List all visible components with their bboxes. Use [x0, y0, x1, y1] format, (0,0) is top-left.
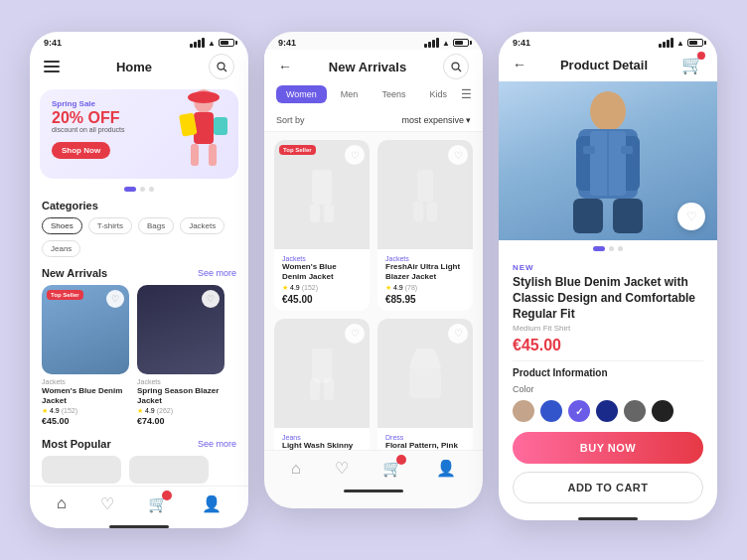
sale-label: Spring Sale [52, 99, 226, 108]
sort-dropdown[interactable]: most expensive ▾ [401, 115, 471, 125]
wishlist-grid-4[interactable]: ♡ [448, 324, 468, 344]
battery-icon-2 [453, 39, 469, 47]
detail-dots [499, 246, 717, 251]
popular-placeholder-2 [129, 456, 209, 484]
svg-rect-26 [583, 146, 595, 154]
color-swatch-3[interactable]: ✓ [568, 400, 590, 422]
status-bar-detail: 9:41 ▲ [499, 32, 717, 50]
menu-button[interactable] [44, 61, 60, 72]
search-button-2[interactable] [443, 54, 469, 79]
svg-point-0 [218, 63, 224, 70]
color-swatch-4[interactable] [596, 400, 618, 422]
category-jackets[interactable]: Jackets [180, 217, 224, 234]
filter-icon[interactable]: ☰ [461, 87, 472, 101]
product-category-2: Jackets [137, 378, 224, 385]
tab-kids[interactable]: Kids [419, 85, 457, 103]
see-more-arrivals[interactable]: See more [198, 268, 236, 278]
wishlist-button-2[interactable]: ♡ [202, 290, 220, 308]
add-to-cart-button[interactable]: ADD TO CART [513, 472, 703, 503]
bottom-nav-2: ⌂ ♡ 🛒 👤 [264, 450, 483, 486]
search-button[interactable] [209, 54, 234, 79]
shop-now-button[interactable]: Shop Now [52, 142, 110, 159]
star-g1: ★ [282, 284, 288, 292]
home-nav-2[interactable]: ⌂ [291, 460, 301, 478]
grid-price-1: €45.00 [282, 294, 362, 305]
home-indicator-3 [578, 517, 638, 520]
svg-rect-12 [310, 205, 320, 222]
discount-text: 20% OFF [52, 110, 226, 126]
status-icons-detail: ▲ [659, 38, 703, 48]
status-icons-arrivals: ▲ [424, 38, 469, 48]
wishlist-nav-2[interactable]: ♡ [335, 459, 349, 478]
wifi-icon-3: ▲ [676, 39, 684, 48]
star-g2: ★ [385, 284, 391, 292]
category-shoes[interactable]: Shoes [42, 217, 82, 234]
most-popular-header: Most Popular See more [30, 434, 248, 456]
detail-dot-3 [618, 246, 623, 251]
signal-icon-3 [659, 38, 673, 48]
svg-rect-16 [427, 202, 437, 221]
grid-product-3: ♡ Jeans Light Wash Skinny Jeans, Size Me… [274, 319, 370, 451]
product-name-2: Spring Season Blazer Jacket [137, 386, 224, 405]
categories-list: Shoes T-shirts Bags Jackets Jeans [30, 217, 248, 263]
svg-line-10 [458, 70, 461, 72]
home-header: Home [30, 50, 248, 85]
category-tshirts[interactable]: T-shirts [88, 217, 132, 234]
sort-row: Sort by most expensive ▾ [264, 111, 483, 132]
cart-dot [697, 52, 705, 60]
tab-women[interactable]: Women [276, 85, 327, 103]
category-bags[interactable]: Bags [138, 217, 174, 234]
discount-sub: discount on all products [52, 126, 226, 133]
promo-banner: Spring Sale 20% OFF discount on all prod… [40, 89, 238, 179]
profile-nav-icon[interactable]: 👤 [202, 494, 222, 513]
grid-rating-2: ★ 4.9 (78) [385, 284, 465, 292]
svg-point-9 [452, 63, 459, 70]
grid-category-2: Jackets [385, 255, 465, 262]
product-price-2: €74.00 [137, 416, 224, 426]
color-swatch-6[interactable] [652, 400, 673, 422]
grid-product-img-4: ♡ [377, 319, 473, 428]
wishlist-nav-icon[interactable]: ♡ [100, 494, 114, 513]
detail-product-name: Stylish Blue Denim Jacket with Classic D… [513, 275, 703, 322]
back-button[interactable]: ← [278, 59, 292, 74]
product-category-1: Jackets [42, 378, 129, 385]
category-jeans[interactable]: Jeans [42, 240, 80, 257]
arrivals-header: ← New Arrivals [264, 50, 483, 85]
wishlist-button-1[interactable]: ♡ [106, 290, 124, 308]
svg-rect-18 [324, 378, 334, 400]
svg-rect-28 [573, 199, 603, 233]
arrivals-title: New Arrivals [329, 60, 406, 74]
profile-nav-2[interactable]: 👤 [436, 459, 456, 478]
tab-teens[interactable]: Teens [372, 85, 415, 103]
cart-badge-2 [396, 455, 406, 465]
product-info-label: Product Information [513, 367, 703, 378]
color-swatch-1[interactable] [513, 400, 534, 422]
new-label: NEW [513, 263, 703, 272]
cart-badge [162, 490, 172, 500]
grid-name-1: Women's Blue Denim Jacket [282, 262, 362, 281]
battery-icon-3 [687, 39, 703, 47]
dot-3 [149, 187, 154, 192]
home-nav-icon[interactable]: ⌂ [57, 494, 67, 512]
see-more-popular[interactable]: See more [198, 439, 236, 449]
color-swatch-2[interactable] [540, 400, 562, 422]
svg-rect-15 [413, 202, 423, 221]
product-card-1: Top Seller ♡ Jackets Women's Blue Denim … [42, 285, 129, 425]
phone-product-detail: 9:41 ▲ ← Product Detail 🛒 [499, 32, 717, 520]
cart-button-detail[interactable]: 🛒 [681, 54, 703, 75]
new-arrivals-title: New Arrivals [42, 267, 107, 279]
grid-category-4: Dress [385, 434, 465, 441]
buy-now-button[interactable]: BUY NOW [513, 432, 703, 464]
product-price-1: €45.00 [42, 416, 129, 426]
grid-product-img-1: Top Seller ♡ [274, 140, 370, 249]
detail-dot-1 [593, 246, 605, 251]
phone-new-arrivals: 9:41 ▲ ← New Arrivals Women Men Teens Ki… [264, 32, 483, 508]
categories-header: Categories [30, 196, 248, 217]
back-button-detail[interactable]: ← [513, 57, 526, 72]
product-detail-info: NEW Stylish Blue Denim Jacket with Class… [499, 253, 717, 513]
signal-icon-2 [424, 38, 439, 48]
color-swatch-5[interactable] [624, 400, 646, 422]
wishlist-grid-3[interactable]: ♡ [345, 324, 365, 344]
tab-men[interactable]: Men [331, 85, 369, 103]
wifi-icon-2: ▲ [442, 39, 450, 48]
